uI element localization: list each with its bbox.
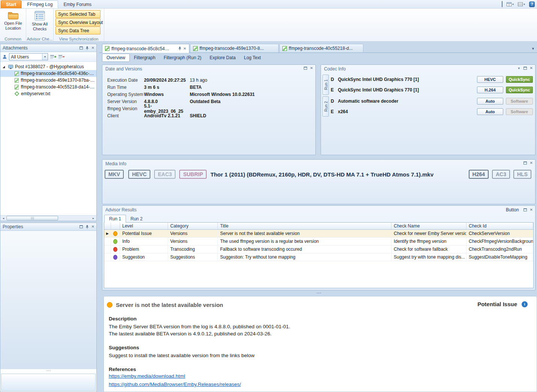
column-level[interactable]: Level	[120, 223, 168, 229]
tab-filtergraph[interactable]: Filtergraph	[130, 54, 159, 62]
table-row[interactable]: ▶ Potential Issue Versions Server is not…	[104, 230, 533, 238]
container-badge: MKV	[105, 170, 124, 179]
column-check-name[interactable]: Check Name	[392, 223, 466, 229]
reference-link-releases[interactable]: https://github.com/MediaBrowser/Emby.Rel…	[109, 380, 531, 389]
codec-button[interactable]: Auto	[477, 98, 503, 105]
collapse-ribbon-icon[interactable]	[502, 2, 502, 7]
reference-link-download[interactable]: https://emby.media/download.html	[109, 372, 531, 380]
tree-item-log-1[interactable]: ffmpeg-transcode-85c8c540-436c-40b...	[0, 70, 96, 77]
codec-button[interactable]: HEVC	[477, 76, 503, 83]
pin-icon[interactable]	[86, 225, 89, 229]
mode-button[interactable]: QuickSync	[506, 76, 533, 83]
video-codec-badge: HEVC	[128, 170, 150, 179]
open-file-location-button[interactable]: Open File Location	[2, 9, 24, 36]
scroll-left-icon[interactable]: ◄	[0, 215, 6, 221]
horizontal-scrollbar[interactable]: ◄ ►	[0, 215, 96, 221]
tree-item-embyserver[interactable]: embyserver.txt	[0, 90, 96, 97]
close-icon[interactable]: ✕	[92, 225, 94, 229]
ribbon-tab-ffmpeg-log[interactable]: FFmpeg Log	[21, 0, 58, 8]
filter-dropdown-icon[interactable]: ▼	[518, 67, 520, 70]
tree-root-post[interactable]: ◢ Post #1388027 - @Hypopheralcus	[0, 63, 96, 70]
codec-button[interactable]: Auto	[477, 108, 503, 115]
column-category[interactable]: Category	[168, 223, 218, 229]
help-button[interactable]: ?	[529, 1, 535, 7]
scroll-right-icon[interactable]: ►	[90, 215, 96, 221]
info-icon[interactable]: i	[522, 301, 528, 307]
properties-body	[0, 231, 96, 369]
close-icon[interactable]: ✕	[530, 208, 533, 212]
log-file-icon	[282, 46, 287, 51]
run1-vertical-tab[interactable]: Run 1	[322, 75, 329, 95]
codec-group-run2: Run 2 D Automatic software decoder Auto …	[322, 96, 533, 117]
doc-tab-2[interactable]: ffmpeg-transcode-459e1370-8...	[190, 44, 279, 52]
advisor-detail-pane: Server is not the latest available versi…	[104, 296, 537, 392]
close-icon[interactable]: ✕	[530, 66, 533, 70]
properties-description-box	[1, 374, 96, 391]
remove-filter-icon[interactable]	[58, 55, 64, 59]
expander-icon[interactable]: ◢	[3, 65, 6, 69]
advisor-header-button[interactable]: Button	[506, 207, 519, 212]
splitter-grip[interactable]: ⋯	[0, 369, 96, 373]
advisor-results-panel: Advisor Results Button ✕ Run 1 Run 2 Lev…	[102, 205, 536, 290]
attachments-title: Attachments	[3, 45, 80, 51]
doc-tab-label: ffmpeg-transcode-40c55218-d...	[289, 46, 353, 51]
info-row: ClientAndroidTv 2.1.21SHIELD	[107, 112, 312, 119]
table-row[interactable]: Info Versions The used ffmpeg version is…	[104, 238, 533, 245]
table-row[interactable]: Problem Transcoding Fallback to software…	[104, 245, 533, 253]
tab-log-text[interactable]: Log Text	[240, 54, 265, 62]
close-icon[interactable]: ✕	[92, 46, 94, 50]
maximize-icon[interactable]	[524, 162, 527, 165]
maximize-icon[interactable]	[80, 225, 83, 228]
maximize-icon[interactable]	[304, 67, 307, 70]
advisor-results-table: Level Category Title Check Name Check Id…	[104, 222, 534, 288]
workspace: Attachments ✕ All Users ▾ ◢ Post #138802…	[0, 42, 537, 392]
codec-button[interactable]: H.264	[477, 87, 503, 93]
status-dot	[113, 247, 117, 252]
maximize-icon[interactable]	[524, 67, 527, 70]
close-icon[interactable]: ✕	[183, 47, 186, 51]
tree-item-log-2[interactable]: ffmpeg-transcode-459e1370-87ba-40c...	[0, 77, 96, 84]
sync-data-tree-button[interactable]: Sync Data Tree	[56, 27, 100, 34]
status-dot	[113, 231, 117, 236]
close-icon[interactable]: ✕	[310, 66, 313, 70]
layout-selector-icon[interactable]: ▾	[507, 2, 514, 6]
sync-overview-layout-button[interactable]: Sync Overview Layout	[56, 18, 100, 26]
close-icon[interactable]: ✕	[530, 161, 533, 165]
horizontal-splitter[interactable]: ⋯	[102, 291, 536, 296]
table-header: Level Category Title Check Name Check Id	[104, 223, 533, 230]
mode-button[interactable]: Software	[506, 108, 533, 115]
column-check-id[interactable]: Check Id	[466, 223, 533, 229]
tree-item-log-3[interactable]: ffmpeg-transcode-40c55218-da14-4fa...	[0, 84, 96, 90]
chevron-down-icon[interactable]: ▾	[42, 54, 48, 60]
view-selector-icon[interactable]: ▾	[518, 2, 525, 6]
list-icon	[518, 2, 523, 6]
tab-explore-data[interactable]: Explore Data	[206, 54, 240, 62]
maximize-icon[interactable]	[80, 46, 83, 49]
table-row[interactable]: Suggestion Suggestions Suggestion: Try w…	[104, 253, 533, 261]
ribbon-tab-emby-forums[interactable]: Emby Forums	[58, 0, 97, 8]
mode-button[interactable]: QuickSync	[506, 87, 533, 93]
output-video-badge: H264	[469, 170, 489, 179]
detail-level-label: Potential Issue	[477, 301, 517, 307]
pin-icon[interactable]	[178, 46, 182, 51]
mode-button[interactable]: Software	[506, 98, 533, 105]
user-filter-combo[interactable]: All Users ▾	[9, 53, 48, 60]
tab-filtergraph-run2[interactable]: Filtergraph (Run 2)	[159, 54, 206, 62]
advisor-tab-run2[interactable]: Run 2	[126, 215, 147, 223]
date-versions-table: Execution Date20/09/2024 20:27:2513 h ag…	[107, 76, 312, 119]
attachments-panel: Attachments ✕ All Users ▾ ◢ Post #138802…	[0, 44, 97, 221]
show-all-checks-button[interactable]: Show All Checks	[29, 9, 51, 36]
tab-overview[interactable]: Overview	[102, 54, 130, 62]
ribbon-tab-start[interactable]: Start	[1, 0, 21, 8]
add-filter-icon[interactable]	[50, 55, 56, 59]
scrollbar-thumb[interactable]	[6, 216, 58, 220]
column-title[interactable]: Title	[218, 223, 392, 229]
maximize-icon[interactable]	[524, 208, 527, 211]
pin-icon[interactable]	[86, 46, 89, 50]
doc-tab-1[interactable]: ffmpeg-transcode-85c8c540-4... ✕	[102, 44, 189, 53]
doc-tab-3[interactable]: ffmpeg-transcode-40c55218-d...	[279, 44, 363, 52]
advisor-tab-run1[interactable]: Run 1	[104, 215, 126, 223]
sync-selected-tab-button[interactable]: Sync Selected Tab	[56, 10, 100, 18]
tab-list-dropdown-icon[interactable]: ▼	[531, 47, 535, 51]
run2-vertical-tab[interactable]: Run 2	[322, 96, 329, 117]
